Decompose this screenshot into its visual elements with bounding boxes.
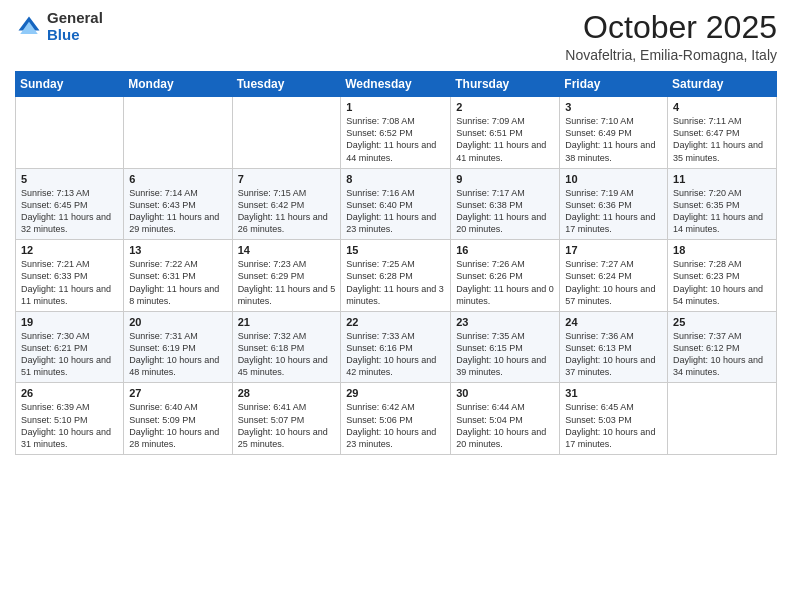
cell-content-line: Daylight: 11 hours and 41 minutes. (456, 139, 554, 163)
cell-content-line: Sunset: 6:47 PM (673, 127, 771, 139)
table-row: 31Sunrise: 6:45 AMSunset: 5:03 PMDayligh… (560, 383, 668, 455)
calendar-week-row: 19Sunrise: 7:30 AMSunset: 6:21 PMDayligh… (16, 311, 777, 383)
cell-content-line: Sunrise: 7:31 AM (129, 330, 226, 342)
day-number: 23 (456, 316, 554, 328)
table-row: 1Sunrise: 7:08 AMSunset: 6:52 PMDaylight… (341, 97, 451, 169)
cell-content-line: Sunset: 6:33 PM (21, 270, 118, 282)
cell-content-line: Daylight: 11 hours and 44 minutes. (346, 139, 445, 163)
day-number: 15 (346, 244, 445, 256)
table-row (124, 97, 232, 169)
day-number: 25 (673, 316, 771, 328)
cell-content-line: Sunset: 6:19 PM (129, 342, 226, 354)
cell-content-line: Sunset: 6:21 PM (21, 342, 118, 354)
table-row: 2Sunrise: 7:09 AMSunset: 6:51 PMDaylight… (451, 97, 560, 169)
day-number: 3 (565, 101, 662, 113)
day-number: 14 (238, 244, 336, 256)
cell-content-line: Sunrise: 7:36 AM (565, 330, 662, 342)
cell-content-line: Daylight: 10 hours and 37 minutes. (565, 354, 662, 378)
cell-content-line: Sunset: 5:06 PM (346, 414, 445, 426)
days-header-row: Sunday Monday Tuesday Wednesday Thursday… (16, 72, 777, 97)
cell-content-line: Daylight: 10 hours and 31 minutes. (21, 426, 118, 450)
day-number: 10 (565, 173, 662, 185)
header-saturday: Saturday (668, 72, 777, 97)
cell-content-line: Sunset: 6:18 PM (238, 342, 336, 354)
cell-content-line: Daylight: 11 hours and 11 minutes. (21, 283, 118, 307)
cell-content-line: Sunrise: 7:23 AM (238, 258, 336, 270)
day-number: 12 (21, 244, 118, 256)
logo: General Blue (15, 10, 103, 43)
cell-content-line: Sunrise: 7:10 AM (565, 115, 662, 127)
day-number: 20 (129, 316, 226, 328)
table-row: 18Sunrise: 7:28 AMSunset: 6:23 PMDayligh… (668, 240, 777, 312)
calendar-table: Sunday Monday Tuesday Wednesday Thursday… (15, 71, 777, 455)
logo-icon (15, 13, 43, 41)
table-row: 9Sunrise: 7:17 AMSunset: 6:38 PMDaylight… (451, 168, 560, 240)
cell-content-line: Sunrise: 6:39 AM (21, 401, 118, 413)
cell-content-line: Daylight: 11 hours and 8 minutes. (129, 283, 226, 307)
header-friday: Friday (560, 72, 668, 97)
cell-content-line: Daylight: 10 hours and 25 minutes. (238, 426, 336, 450)
cell-content-line: Daylight: 10 hours and 54 minutes. (673, 283, 771, 307)
calendar-week-row: 12Sunrise: 7:21 AMSunset: 6:33 PMDayligh… (16, 240, 777, 312)
cell-content-line: Sunset: 6:29 PM (238, 270, 336, 282)
day-number: 24 (565, 316, 662, 328)
table-row: 23Sunrise: 7:35 AMSunset: 6:15 PMDayligh… (451, 311, 560, 383)
day-number: 22 (346, 316, 445, 328)
cell-content-line: Sunrise: 7:14 AM (129, 187, 226, 199)
cell-content-line: Daylight: 10 hours and 20 minutes. (456, 426, 554, 450)
cell-content-line: Daylight: 10 hours and 34 minutes. (673, 354, 771, 378)
day-number: 26 (21, 387, 118, 399)
cell-content-line: Sunrise: 7:19 AM (565, 187, 662, 199)
cell-content-line: Sunset: 6:36 PM (565, 199, 662, 211)
cell-content-line: Sunset: 5:09 PM (129, 414, 226, 426)
day-number: 4 (673, 101, 771, 113)
table-row: 15Sunrise: 7:25 AMSunset: 6:28 PMDayligh… (341, 240, 451, 312)
cell-content-line: Sunset: 5:04 PM (456, 414, 554, 426)
table-row: 4Sunrise: 7:11 AMSunset: 6:47 PMDaylight… (668, 97, 777, 169)
calendar-page: General Blue October 2025 Novafeltria, E… (0, 0, 792, 612)
day-number: 7 (238, 173, 336, 185)
day-number: 30 (456, 387, 554, 399)
cell-content-line: Sunrise: 7:16 AM (346, 187, 445, 199)
cell-content-line: Sunset: 5:07 PM (238, 414, 336, 426)
cell-content-line: Sunset: 6:26 PM (456, 270, 554, 282)
logo-general: General (47, 10, 103, 27)
calendar-week-row: 1Sunrise: 7:08 AMSunset: 6:52 PMDaylight… (16, 97, 777, 169)
cell-content-line: Sunset: 6:24 PM (565, 270, 662, 282)
cell-content-line: Daylight: 11 hours and 26 minutes. (238, 211, 336, 235)
title-block: October 2025 Novafeltria, Emilia-Romagna… (565, 10, 777, 63)
cell-content-line: Daylight: 11 hours and 35 minutes. (673, 139, 771, 163)
day-number: 9 (456, 173, 554, 185)
cell-content-line: Sunrise: 7:26 AM (456, 258, 554, 270)
table-row: 25Sunrise: 7:37 AMSunset: 6:12 PMDayligh… (668, 311, 777, 383)
table-row: 26Sunrise: 6:39 AMSunset: 5:10 PMDayligh… (16, 383, 124, 455)
cell-content-line: Daylight: 11 hours and 23 minutes. (346, 211, 445, 235)
day-number: 11 (673, 173, 771, 185)
cell-content-line: Sunrise: 7:17 AM (456, 187, 554, 199)
cell-content-line: Sunset: 6:38 PM (456, 199, 554, 211)
cell-content-line: Daylight: 10 hours and 39 minutes. (456, 354, 554, 378)
cell-content-line: Daylight: 11 hours and 29 minutes. (129, 211, 226, 235)
cell-content-line: Sunset: 6:28 PM (346, 270, 445, 282)
cell-content-line: Daylight: 10 hours and 28 minutes. (129, 426, 226, 450)
header-wednesday: Wednesday (341, 72, 451, 97)
table-row (668, 383, 777, 455)
day-number: 16 (456, 244, 554, 256)
table-row: 10Sunrise: 7:19 AMSunset: 6:36 PMDayligh… (560, 168, 668, 240)
cell-content-line: Sunset: 6:13 PM (565, 342, 662, 354)
day-number: 21 (238, 316, 336, 328)
logo-blue: Blue (47, 27, 103, 44)
cell-content-line: Sunrise: 7:11 AM (673, 115, 771, 127)
table-row: 24Sunrise: 7:36 AMSunset: 6:13 PMDayligh… (560, 311, 668, 383)
day-number: 1 (346, 101, 445, 113)
cell-content-line: Sunrise: 7:30 AM (21, 330, 118, 342)
cell-content-line: Daylight: 11 hours and 0 minutes. (456, 283, 554, 307)
cell-content-line: Daylight: 11 hours and 3 minutes. (346, 283, 445, 307)
day-number: 5 (21, 173, 118, 185)
table-row: 20Sunrise: 7:31 AMSunset: 6:19 PMDayligh… (124, 311, 232, 383)
day-number: 6 (129, 173, 226, 185)
day-number: 18 (673, 244, 771, 256)
table-row: 7Sunrise: 7:15 AMSunset: 6:42 PMDaylight… (232, 168, 341, 240)
table-row: 30Sunrise: 6:44 AMSunset: 5:04 PMDayligh… (451, 383, 560, 455)
cell-content-line: Sunrise: 7:37 AM (673, 330, 771, 342)
